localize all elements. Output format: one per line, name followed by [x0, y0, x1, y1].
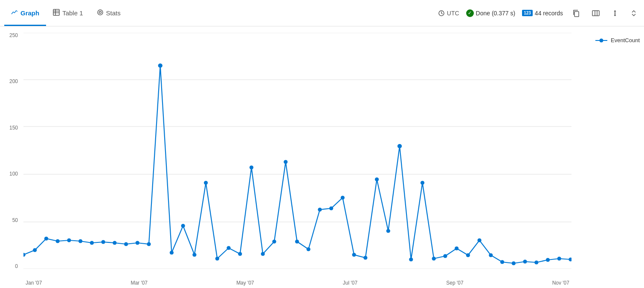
svg-point-51: [386, 229, 390, 233]
y-label-50: 50: [12, 218, 18, 223]
svg-point-32: [170, 251, 174, 255]
svg-point-35: [204, 181, 208, 185]
y-label-150: 150: [9, 125, 18, 130]
records-icon: 123: [522, 10, 533, 16]
line-chart: [23, 33, 571, 269]
svg-point-57: [455, 247, 458, 251]
svg-point-44: [307, 248, 310, 251]
svg-point-43: [295, 240, 299, 244]
svg-point-19: [23, 253, 26, 257]
y-label-100: 100: [9, 171, 18, 176]
records-label: 44 records: [535, 10, 563, 17]
y-label-0: 0: [15, 264, 18, 269]
svg-point-26: [101, 240, 105, 244]
svg-point-49: [363, 256, 367, 260]
x-label-sep: Sep '07: [446, 280, 463, 286]
y-label-200: 200: [9, 79, 18, 84]
check-icon: ✓: [466, 9, 474, 17]
svg-point-31: [158, 63, 162, 68]
tab-graph[interactable]: Graph: [4, 0, 46, 26]
tab-graph-label: Graph: [20, 9, 39, 17]
stats-icon: [97, 9, 104, 17]
svg-point-42: [284, 160, 287, 164]
chart-legend: EventCount: [595, 37, 640, 43]
svg-point-50: [375, 178, 379, 181]
svg-point-53: [409, 258, 413, 262]
svg-rect-0: [53, 9, 59, 15]
svg-point-39: [249, 166, 253, 170]
toolbar: Graph Table 1 Stats UTC: [0, 0, 644, 26]
tab-table-label: Table 1: [62, 9, 83, 17]
svg-point-64: [534, 261, 538, 265]
svg-point-59: [477, 239, 481, 242]
svg-point-67: [569, 258, 571, 262]
svg-point-34: [192, 253, 196, 257]
svg-point-48: [352, 253, 356, 257]
collapse-button[interactable]: [628, 8, 640, 18]
svg-point-5: [99, 12, 101, 14]
svg-point-63: [523, 260, 527, 264]
table-icon: [53, 9, 60, 17]
timezone-indicator: UTC: [438, 10, 459, 17]
svg-point-54: [421, 181, 424, 185]
svg-point-36: [215, 257, 219, 261]
svg-point-4: [98, 10, 103, 15]
svg-point-29: [136, 241, 139, 245]
svg-point-65: [546, 258, 550, 262]
svg-point-66: [557, 257, 561, 261]
svg-point-37: [226, 246, 230, 250]
svg-point-22: [56, 239, 60, 243]
svg-point-21: [44, 237, 48, 241]
svg-rect-7: [574, 12, 579, 17]
x-label-jan: Jan '07: [26, 280, 42, 286]
svg-point-25: [90, 241, 94, 245]
x-label-may: May '07: [236, 280, 254, 286]
expand-button[interactable]: [609, 8, 621, 18]
tab-stats[interactable]: Stats: [90, 0, 128, 26]
x-label-nov: Nov '07: [552, 280, 569, 286]
svg-point-58: [466, 253, 470, 257]
toolbar-right: UTC ✓ Done (0.377 s) 123 44 records: [438, 8, 640, 19]
svg-point-30: [147, 242, 151, 246]
svg-point-41: [272, 240, 276, 244]
svg-point-27: [113, 241, 116, 245]
columns-button[interactable]: [589, 8, 602, 19]
svg-point-60: [489, 253, 493, 257]
svg-point-40: [261, 252, 265, 256]
tab-stats-label: Stats: [106, 9, 121, 17]
svg-point-52: [397, 144, 402, 148]
svg-point-46: [329, 207, 333, 210]
x-label-mar: Mar '07: [131, 280, 148, 286]
graph-icon: [11, 9, 18, 17]
svg-point-38: [238, 252, 242, 256]
svg-point-47: [341, 196, 345, 200]
x-label-jul: Jul '07: [343, 280, 357, 286]
svg-point-33: [181, 224, 185, 228]
svg-point-23: [67, 239, 71, 242]
clock-icon: [438, 10, 445, 17]
done-label: Done (0.377 s): [476, 10, 516, 17]
legend-dot: [600, 38, 603, 42]
done-status: ✓ Done (0.377 s): [466, 9, 516, 17]
svg-rect-8: [592, 11, 599, 16]
copy-button[interactable]: [570, 8, 583, 19]
legend-label: EventCount: [611, 37, 640, 43]
svg-point-61: [500, 260, 504, 264]
y-label-250: 250: [9, 33, 18, 38]
svg-point-28: [124, 242, 128, 246]
svg-point-55: [432, 257, 436, 261]
svg-point-45: [318, 208, 322, 212]
svg-point-56: [443, 254, 447, 258]
records-count: 123 44 records: [522, 10, 563, 17]
svg-point-24: [78, 239, 82, 243]
timezone-label: UTC: [447, 10, 459, 17]
svg-point-62: [512, 262, 516, 265]
tab-table[interactable]: Table 1: [46, 0, 90, 26]
legend-line: [595, 40, 607, 41]
svg-point-20: [33, 248, 37, 252]
